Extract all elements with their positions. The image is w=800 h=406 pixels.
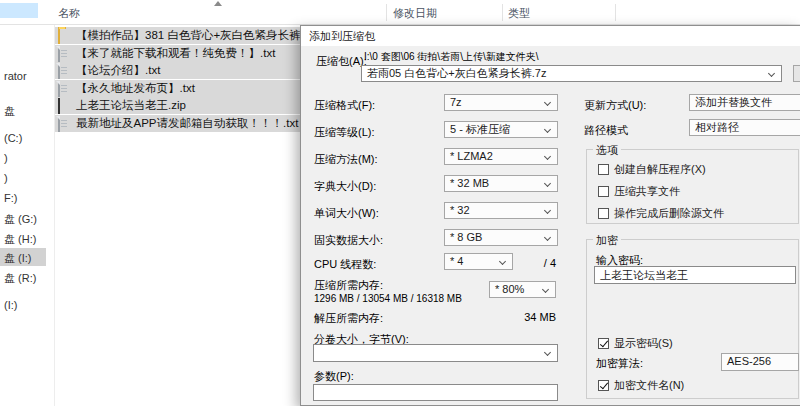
file-row[interactable]: 【模拍作品】381 白色背心+灰白色紧身长裤 <box>55 27 302 44</box>
dictionary-label: 字典大小(D): <box>314 179 376 194</box>
sidebar-item-drive-g[interactable]: 盘 (G:) <box>4 212 37 227</box>
cpu-threads-label: CPU 线程数: <box>314 257 376 272</box>
sidebar-item-highlight[interactable] <box>0 3 38 18</box>
dictionary-value: * 32 MB <box>450 177 489 189</box>
update-mode-combo[interactable]: 添加并替换文件 <box>689 94 800 111</box>
chevron-down-icon <box>499 258 506 265</box>
dialog-title: 添加到压缩包 <box>301 26 800 46</box>
sidebar-item-drive-r[interactable]: 盘 (R:) <box>4 271 36 286</box>
level-combo[interactable]: 5 - 标准压缩 <box>444 121 558 138</box>
parameters-input[interactable] <box>313 384 558 401</box>
split-volume-combo[interactable] <box>313 344 558 362</box>
chevron-down-icon <box>768 70 775 77</box>
file-row[interactable]: 【论坛介绍】.txt <box>55 62 302 79</box>
archive-path: I:\0 套图\06 街拍\若雨\上传\新建文件夹\ <box>364 50 538 64</box>
chevron-down-icon <box>542 286 549 293</box>
path-mode-value: 相对路径 <box>695 121 739 133</box>
archive-name-combo[interactable]: 若雨05 白色背心+灰白色紧身长裤.7z <box>361 65 782 82</box>
file-row[interactable]: 上老王论坛当老王.zip <box>55 97 302 114</box>
checkbox-checked-icon[interactable] <box>598 338 609 349</box>
format-label: 压缩格式(F): <box>314 98 375 113</box>
cpu-threads-combo[interactable]: * 4 <box>444 253 513 270</box>
memory-decompress-value: 34 MB <box>496 311 556 323</box>
chevron-down-icon <box>544 349 551 356</box>
encryption-method-label: 加密算法: <box>596 356 643 371</box>
method-value: * LZMA2 <box>450 150 493 162</box>
compress-shared-checkbox-row[interactable]: 压缩共享文件 <box>598 184 680 199</box>
show-password-checkbox-row[interactable]: 显示密码(S) <box>598 336 673 351</box>
delete-after-label: 操作完成后删除源文件 <box>614 206 724 221</box>
sort-ascending-icon <box>214 1 222 6</box>
archive-label: 压缩包(A): <box>316 54 367 69</box>
solid-block-combo[interactable]: * 8 GB <box>444 229 558 246</box>
solid-block-value: * 8 GB <box>450 231 482 243</box>
word-size-label: 单词大小(W): <box>314 206 379 221</box>
format-value: 7z <box>450 96 462 108</box>
file-name: 【来了就能下载和观看！纯免费！】.txt <box>76 46 275 61</box>
file-row[interactable]: 最新地址及APP请发邮箱自动获取！！！.txt <box>55 115 302 132</box>
column-header-date-modified[interactable]: 修改日期 <box>393 6 437 21</box>
checkbox-icon[interactable] <box>598 186 609 197</box>
format-combo[interactable]: 7z <box>444 94 558 111</box>
sidebar-item-user[interactable]: rator <box>4 70 27 82</box>
path-mode-combo[interactable]: 相对路径 <box>689 119 800 136</box>
sidebar-item-drive-i[interactable]: (I:) <box>4 299 17 311</box>
checkbox-icon[interactable] <box>598 208 609 219</box>
sidebar-item-drive[interactable]: ) <box>4 152 8 164</box>
add-to-archive-dialog: 添加到压缩包 压缩包(A): I:\0 套图\06 街拍\若雨\上传\新建文件夹… <box>300 25 800 406</box>
compress-shared-label: 压缩共享文件 <box>614 184 680 199</box>
method-combo[interactable]: * LZMA2 <box>444 148 558 165</box>
sidebar-item-drive-h[interactable]: 盘 (H:) <box>4 232 36 247</box>
level-value: 5 - 标准压缩 <box>450 123 510 135</box>
browse-button[interactable] <box>793 65 800 82</box>
solid-block-label: 固实数据大小: <box>314 233 383 248</box>
checkbox-icon[interactable] <box>598 164 609 175</box>
parameters-label: 参数(P): <box>314 369 354 384</box>
column-header-type[interactable]: 类型 <box>508 6 530 21</box>
cpu-threads-max: / 4 <box>531 257 556 269</box>
word-size-combo[interactable]: * 32 <box>444 202 558 219</box>
column-separator[interactable] <box>386 4 387 21</box>
chevron-down-icon <box>544 180 551 187</box>
password-input[interactable]: 上老王论坛当老王 <box>594 266 796 284</box>
memory-percent-combo[interactable]: * 80% <box>489 281 556 298</box>
delete-after-checkbox-row[interactable]: 操作完成后删除源文件 <box>598 206 724 221</box>
sidebar-item-drive[interactable]: ) <box>4 172 8 184</box>
memory-percent-value: * 80% <box>495 283 524 295</box>
checkbox-checked-icon[interactable] <box>598 380 609 391</box>
encrypt-filenames-label: 加密文件名(N) <box>614 378 684 393</box>
chevron-down-icon <box>544 234 551 241</box>
path-mode-label: 路径模式 <box>584 123 628 138</box>
file-name: 上老王论坛当老王.zip <box>76 98 186 113</box>
encrypt-filenames-checkbox-row[interactable]: 加密文件名(N) <box>598 378 684 393</box>
column-header-name[interactable]: 名称 <box>58 6 80 21</box>
sidebar-item-drive[interactable]: 盘 <box>4 104 15 119</box>
encryption-method-combo[interactable]: AES-256 <box>721 353 799 371</box>
show-password-label: 显示密码(S) <box>614 336 673 351</box>
zip-file-icon <box>58 99 72 113</box>
column-separator[interactable] <box>502 4 503 21</box>
create-sfx-label: 创建自解压程序(X) <box>614 162 706 177</box>
create-sfx-checkbox-row[interactable]: 创建自解压程序(X) <box>598 162 706 177</box>
memory-compress-detail: 1296 MB / 13054 MB / 16318 MB <box>314 293 462 304</box>
txt-file-icon <box>58 64 72 78</box>
sidebar-item-drive-f[interactable]: F:) <box>4 192 17 204</box>
dictionary-combo[interactable]: * 32 MB <box>444 175 558 192</box>
password-value: 上老王论坛当老王 <box>600 269 688 281</box>
options-group-label: 选项 <box>593 143 621 158</box>
file-row[interactable]: 【永久地址发布页】.txt <box>55 80 302 97</box>
column-separator[interactable] <box>615 4 616 21</box>
chevron-down-icon <box>544 153 551 160</box>
file-name: 【模拍作品】381 白色背心+灰白色紧身长裤 <box>76 28 301 43</box>
sidebar-item-drive-i-selected[interactable]: 盘 (I:) <box>4 251 32 266</box>
sidebar-item-drive-c[interactable]: (C:) <box>4 132 22 144</box>
file-name: 【永久地址发布页】.txt <box>76 81 195 96</box>
level-label: 压缩等级(L): <box>314 125 375 140</box>
txt-file-icon <box>58 47 72 61</box>
cpu-threads-value: * 4 <box>450 255 463 267</box>
memory-decompress-label: 解压所需内存: <box>314 311 383 326</box>
txt-file-icon <box>58 117 72 131</box>
update-mode-label: 更新方式(U): <box>584 98 646 113</box>
memory-compress-label: 压缩所需内存: <box>314 278 383 293</box>
file-row[interactable]: 【来了就能下载和观看！纯免费！】.txt <box>55 45 302 62</box>
